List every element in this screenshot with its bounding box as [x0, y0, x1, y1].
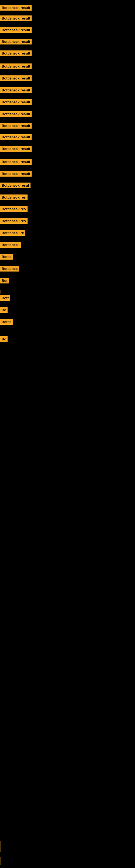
- bottleneck-row: Bottleneck result: [0, 75, 32, 82]
- bottleneck-row: Bottleneck result: [0, 39, 32, 45]
- bottleneck-row: Bottleneck result: [0, 171, 32, 178]
- bottleneck-badge: Bottleneck result: [0, 5, 32, 10]
- bottleneck-row: Bottleneck res: [0, 194, 28, 201]
- bottleneck-row: Bottleneck result: [0, 87, 32, 94]
- vertical-line: [1, 290, 1, 293]
- bottleneck-badge: Bottleneck result: [0, 63, 32, 69]
- bottleneck-row: Bott: [0, 295, 10, 302]
- bottleneck-badge: Bottleneck result: [0, 146, 32, 152]
- bottleneck-row: Bottleneck result: [0, 123, 32, 130]
- site-title: [0, 0, 135, 4]
- vertical-line: [1, 857, 1, 865]
- bottleneck-badge: Bottleneck result: [0, 171, 32, 177]
- bottleneck-row: Bottleneck re: [0, 230, 26, 237]
- bottleneck-row: Bo: [0, 307, 8, 314]
- bottleneck-row: Bot: [0, 278, 9, 284]
- bottleneck-badge: Bottleneck: [0, 242, 21, 248]
- bottleneck-row: Bottleneck result: [0, 99, 32, 106]
- bottleneck-badge: Bottleneck result: [0, 87, 32, 93]
- bottleneck-row: Bottleneck res: [0, 206, 28, 213]
- bottleneck-row: Bottleneck result: [0, 5, 32, 12]
- bottleneck-badge: Bot: [0, 278, 9, 283]
- bottleneck-badge: Bottleneck result: [0, 16, 32, 21]
- bottleneck-badge: Bottleneck result: [0, 159, 32, 165]
- bottleneck-badge: Bottle: [0, 254, 13, 259]
- bottleneck-badge: Bottlenec: [0, 266, 19, 272]
- bottleneck-badge: Bott: [0, 295, 10, 301]
- bottleneck-badge: Bottle: [0, 319, 13, 325]
- bottleneck-row: Bottlenec: [0, 266, 19, 273]
- bottleneck-row: Bottleneck result: [0, 146, 32, 153]
- bottleneck-badge: Bottleneck re: [0, 230, 26, 236]
- bottleneck-row: Bottleneck res: [0, 218, 28, 225]
- bottleneck-row: Bottleneck result: [0, 63, 32, 70]
- bottleneck-badge: Bo: [0, 336, 8, 342]
- bottleneck-badge: Bottleneck res: [0, 194, 28, 200]
- bottleneck-row: Bottleneck result: [0, 134, 32, 141]
- bottleneck-badge: Bottleneck resul: [0, 183, 31, 188]
- bottleneck-badge: Bottleneck result: [0, 123, 32, 129]
- bottleneck-row: Bottleneck result: [0, 111, 32, 118]
- bottleneck-badge: Bottleneck result: [0, 75, 32, 81]
- bottleneck-badge: Bo: [0, 307, 8, 313]
- bottleneck-badge: Bottleneck result: [0, 39, 32, 44]
- bottleneck-badge: Bottleneck res: [0, 206, 28, 212]
- bottleneck-badge: Bottleneck result: [0, 134, 32, 140]
- bottleneck-row: Bo: [0, 336, 8, 343]
- bottleneck-badge: Bottleneck result: [0, 111, 32, 117]
- bottleneck-row: Bottleneck resul: [0, 183, 31, 189]
- bottleneck-badge: Bottleneck res: [0, 218, 28, 224]
- bottleneck-badge: Bottleneck result: [0, 51, 32, 56]
- vertical-line: [1, 841, 1, 852]
- bottleneck-row: Bottle: [0, 254, 13, 261]
- bottleneck-row: Bottleneck result: [0, 27, 32, 34]
- bottleneck-row: Bottle: [0, 319, 13, 326]
- bottleneck-row: Bottleneck result: [0, 51, 32, 57]
- bottleneck-row: Bottleneck result: [0, 159, 32, 166]
- bottleneck-badge: Bottleneck result: [0, 99, 32, 105]
- bottleneck-row: Bottleneck result: [0, 16, 32, 22]
- bottleneck-row: Bottleneck: [0, 242, 21, 249]
- bottleneck-badge: Bottleneck result: [0, 27, 32, 33]
